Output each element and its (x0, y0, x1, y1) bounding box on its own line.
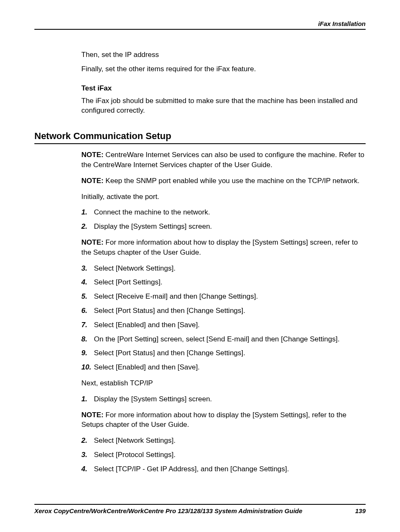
note-text: For more information about how to displa… (81, 238, 358, 256)
note-text: CentreWare Internet Services can also be… (81, 151, 364, 169)
section-title-network-setup: Network Communication Setup (34, 131, 366, 144)
step-item: 5.Select [Receive E-mail] and then [Chan… (81, 292, 366, 302)
step-number: 2. (81, 222, 94, 232)
step-text: On the [Port Setting] screen, select [Se… (94, 334, 366, 344)
step-number: 6. (81, 306, 94, 316)
note-2: NOTE: Keep the SNMP port enabled while y… (81, 176, 366, 186)
step-text: Select [Port Settings]. (94, 277, 366, 287)
note-3: NOTE: For more information about how to … (81, 238, 366, 258)
step-number: 5. (81, 292, 94, 302)
step-item: 4.Select [Port Settings]. (81, 277, 366, 287)
page-footer: Xerox CopyCentre/WorkCentre/WorkCentre P… (34, 504, 366, 514)
note-text: Keep the SNMP port enabled while you use… (104, 177, 359, 185)
step-item: 1.Display the [System Settings] screen. (81, 394, 366, 404)
step-text: Select [Port Status] and then [Change Se… (94, 306, 366, 316)
step-number: 1. (81, 394, 94, 404)
step-text: Display the [System Settings] screen. (94, 394, 366, 404)
step-number: 2. (81, 436, 94, 446)
note-label: NOTE: (81, 411, 104, 419)
step-item: 8.On the [Port Setting] screen, select [… (81, 334, 366, 344)
test-ifax-heading: Test iFax (81, 84, 366, 93)
step-number: 1. (81, 207, 94, 217)
step-number: 3. (81, 450, 94, 460)
footer-page-number: 139 (355, 507, 366, 514)
step-text: Display the [System Settings] screen. (94, 222, 366, 232)
intro-line-2: Finally, set the other items required fo… (81, 64, 366, 74)
step-number: 10. (81, 362, 94, 372)
step-item: 3.Select [Network Settings]. (81, 263, 366, 274)
note-label: NOTE: (81, 151, 104, 159)
step-number: 3. (81, 263, 94, 274)
step-number: 4. (81, 464, 94, 474)
step-item: 1.Connect the machine to the network. (81, 207, 366, 217)
step-number: 9. (81, 348, 94, 358)
step-text: Select [TCP/IP - Get IP Address], and th… (94, 464, 366, 474)
step-text: Select [Network Settings]. (94, 436, 366, 446)
note-1: NOTE: CentreWare Internet Services can a… (81, 150, 366, 170)
steps-list-c: 1.Display the [System Settings] screen. (81, 394, 366, 404)
step-text: Select [Receive E-mail] and then [Change… (94, 292, 366, 302)
note-4: NOTE: For more information about how to … (81, 410, 366, 430)
page-header-chapter: iFax Installation (34, 20, 366, 30)
step-item: 3.Select [Protocol Settings]. (81, 450, 366, 460)
step-item: 7.Select [Enabled] and then [Save]. (81, 320, 366, 330)
step-text: Connect the machine to the network. (94, 207, 366, 217)
tcpip-line: Next, establish TCP/IP (81, 378, 366, 388)
step-text: Select [Network Settings]. (94, 263, 366, 274)
step-item: 2.Select [Network Settings]. (81, 436, 366, 446)
step-item: 2.Display the [System Settings] screen. (81, 222, 366, 232)
step-number: 7. (81, 320, 94, 330)
note-label: NOTE: (81, 177, 104, 185)
step-number: 8. (81, 334, 94, 344)
step-number: 4. (81, 277, 94, 287)
step-text: Select [Enabled] and then [Save]. (94, 320, 366, 330)
step-item: 10.Select [Enabled] and then [Save]. (81, 362, 366, 372)
step-text: Select [Port Status] and then [Change Se… (94, 348, 366, 358)
test-ifax-body: The iFax job should be submitted to make… (81, 96, 366, 116)
step-text: Select [Protocol Settings]. (94, 450, 366, 460)
steps-list-a: 1.Connect the machine to the network.2.D… (81, 207, 366, 232)
step-text: Select [Enabled] and then [Save]. (94, 362, 366, 372)
footer-title: Xerox CopyCentre/WorkCentre/WorkCentre P… (34, 507, 302, 514)
note-label: NOTE: (81, 238, 104, 246)
steps-list-b: 3.Select [Network Settings].4.Select [Po… (81, 263, 366, 372)
step-item: 4.Select [TCP/IP - Get IP Address], and … (81, 464, 366, 474)
activate-port-line: Initially, activate the port. (81, 192, 366, 202)
page-content: iFax Installation Then, set the IP addre… (0, 0, 400, 474)
steps-list-d: 2.Select [Network Settings].3.Select [Pr… (81, 436, 366, 474)
intro-line-1: Then, set the IP address (81, 50, 366, 60)
note-text: For more information about how to displa… (81, 411, 346, 429)
step-item: 9.Select [Port Status] and then [Change … (81, 348, 366, 358)
step-item: 6.Select [Port Status] and then [Change … (81, 306, 366, 316)
